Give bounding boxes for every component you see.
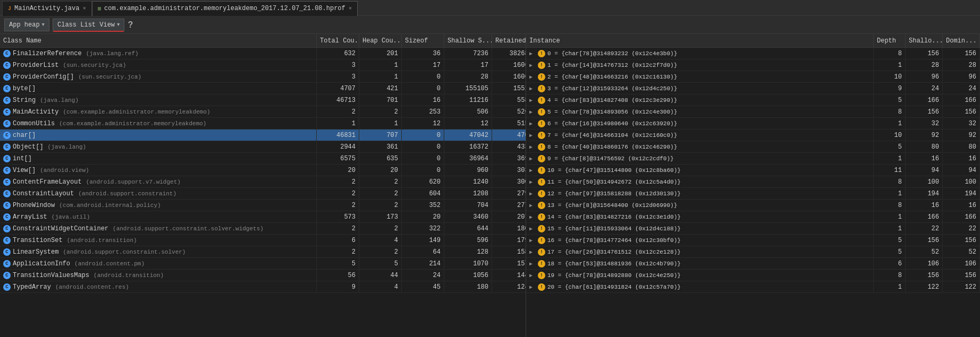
- class-table-row[interactable]: CArrayList(java.util)57317320346020780: [0, 211, 526, 223]
- instance-table-row[interactable]: ▶! 8 = {char[40]@314860176 (0x12c46290)}…: [526, 141, 980, 153]
- instance-table-row[interactable]: ▶! 16 = {char[78]@314772464 (0x12c30bf0)…: [526, 235, 980, 246]
- class-table-row[interactable]: CLinearSystem(android.support.constraint…: [0, 246, 526, 258]
- class-table-row[interactable]: CConstraintWidgetContainer(android.suppo…: [0, 223, 526, 235]
- class-table-row[interactable]: Cchar[]4683170704704247042: [0, 129, 526, 141]
- instance-table-row[interactable]: ▶! 19 = {char[78]@314892880 (0x12c4e250)…: [526, 270, 980, 281]
- class-table-row[interactable]: CView[](android.view)2020096030338: [0, 165, 526, 176]
- td-retaineds: 160626: [492, 71, 526, 82]
- instance-table-row[interactable]: ▶! 12 = {char[97]@315818288 (0x12d30130)…: [526, 188, 980, 200]
- th-classname[interactable]: Class Name: [0, 34, 317, 47]
- th-heapcou[interactable]: Heap Cou...: [359, 34, 402, 47]
- expand-icon[interactable]: ▶: [529, 62, 536, 68]
- instance-table-row[interactable]: ▶! 5 = {char[78]@314893056 (0x12c4e300)}…: [526, 106, 980, 118]
- td-domin: 106: [943, 258, 980, 269]
- instance-index: 15 = {char[11]@315933064 (0x12d4c188)}: [547, 226, 681, 232]
- instance-table-row[interactable]: ▶! 11 = {char[50]@314942672 (0x12c5a4d0)…: [526, 176, 980, 188]
- instance-table-row[interactable]: ▶! 17 = {char[26]@314761512 (0x12c2e128)…: [526, 246, 980, 258]
- instance-table-row[interactable]: ▶! 9 = {char[8]@314756592 (0x12c2cdf0)}1…: [526, 153, 980, 165]
- class-icon: C: [3, 237, 11, 244]
- instance-table-row[interactable]: ▶! 15 = {char[11]@315933064 (0x12d4c188)…: [526, 223, 980, 235]
- instance-table-row[interactable]: ▶! 14 = {char[83]@314827216 (0x12c3e1d0)…: [526, 211, 980, 223]
- tab-hprof-close[interactable]: ×: [349, 5, 352, 12]
- expand-icon[interactable]: ▶: [529, 97, 536, 103]
- td-heapcou: 421: [359, 83, 402, 94]
- expand-icon[interactable]: ▶: [529, 284, 536, 290]
- expand-icon[interactable]: ▶: [529, 74, 536, 80]
- expand-icon[interactable]: ▶: [529, 155, 536, 162]
- class-table-row[interactable]: CContentFrameLayout(android.support.v7.w…: [0, 176, 526, 188]
- class-table-row[interactable]: CCommonUtils(com.example.administrator.m…: [0, 118, 526, 129]
- instance-table-row[interactable]: ▶! 1 = {char[14]@314767312 (0x12c2f7d0)}…: [526, 59, 980, 71]
- class-table-row[interactable]: CTypedArray(android.content.res)94451801…: [0, 281, 526, 293]
- td-instance: ▶! 3 = {char[12]@315933264 (0x12d4c250)}: [526, 83, 874, 94]
- class-table-row[interactable]: CMainActivity(com.example.administrator.…: [0, 106, 526, 118]
- th-sizeof[interactable]: Sizeof: [402, 34, 444, 47]
- instance-table-row[interactable]: ▶! 3 = {char[12]@315933264 (0x12d4c250)}…: [526, 83, 980, 94]
- class-table-row[interactable]: CProviderList(sun.security.jca)311717160…: [0, 59, 526, 71]
- instance-table-row[interactable]: ▶! 4 = {char[83]@314827408 (0x12c3e290)}…: [526, 94, 980, 106]
- td-totalcou: 2: [317, 200, 359, 211]
- expand-icon[interactable]: ▶: [529, 85, 536, 92]
- instance-index: 17 = {char[26]@314761512 (0x12c2e128)}: [547, 249, 681, 255]
- td-depth: 1: [874, 153, 906, 164]
- class-table-row[interactable]: CTransitionValuesMaps(android.transition…: [0, 270, 526, 281]
- td-shallo: 122: [906, 281, 943, 292]
- instance-table-row[interactable]: ▶! 7 = {char[46]@314663104 (0x12c160c0)}…: [526, 129, 980, 141]
- class-table-row[interactable]: CProviderConfig[](sun.security.jca)31028…: [0, 71, 526, 83]
- tab-main-activity-close[interactable]: ×: [82, 5, 86, 12]
- td-heapcou: 2: [359, 176, 402, 187]
- view-dropdown[interactable]: Class List View ▼: [53, 19, 124, 31]
- expand-icon[interactable]: ▶: [529, 272, 536, 279]
- expand-icon[interactable]: ▶: [529, 237, 536, 244]
- class-table-row[interactable]: CPhoneWindow(com.android.internal.policy…: [0, 200, 526, 211]
- instance-table-row[interactable]: ▶! 2 = {char[48]@314663216 (0x12c16130)}…: [526, 71, 980, 83]
- tab-main-activity[interactable]: J MainActivity.java ×: [2, 1, 92, 16]
- th-instance[interactable]: Instance: [526, 34, 874, 47]
- instance-table-row[interactable]: ▶! 13 = {char[8]@315648400 (0x12d06990)}…: [526, 200, 980, 211]
- th-depth[interactable]: Depth: [874, 34, 906, 47]
- expand-icon[interactable]: ▶: [529, 144, 536, 150]
- expand-icon[interactable]: ▶: [529, 202, 536, 209]
- class-table-row[interactable]: CApplicationInfo(android.content.pm)5521…: [0, 258, 526, 270]
- expand-icon[interactable]: ▶: [529, 132, 536, 139]
- instance-table-row[interactable]: ▶! 0 = {char[78]@314893232 (0x12c4e3b0)}…: [526, 48, 980, 59]
- expand-icon[interactable]: ▶: [529, 179, 536, 185]
- expand-icon[interactable]: ▶: [529, 261, 536, 267]
- td-totalcou: 2: [317, 246, 359, 257]
- td-totalcou: 6575: [317, 153, 359, 164]
- class-table-row[interactable]: Cbyte[]47074210155105155105: [0, 83, 526, 94]
- class-table-row[interactable]: CFinalizerReference(java.lang.ref)632201…: [0, 48, 526, 59]
- td-instance: ▶! 14 = {char[83]@314827216 (0x12c3e1d0)…: [526, 211, 874, 222]
- expand-icon[interactable]: ▶: [529, 214, 536, 220]
- td-depth: 5: [874, 141, 906, 152]
- class-table-row[interactable]: CTransitionSet(android.transition)641495…: [0, 235, 526, 246]
- td-retaineds: 43324: [492, 141, 526, 152]
- th-shallows[interactable]: Shallow S...: [444, 34, 492, 47]
- class-table-row[interactable]: CString(java.lang)46713701161121655856: [0, 94, 526, 106]
- expand-icon[interactable]: ▶: [529, 120, 536, 127]
- class-table-row[interactable]: CConstraintLayout(android.support.constr…: [0, 188, 526, 200]
- help-button[interactable]: ?: [128, 20, 133, 30]
- expand-icon[interactable]: ▶: [529, 249, 536, 255]
- td-instance: ▶! 19 = {char[78]@314892880 (0x12c4e250)…: [526, 270, 874, 281]
- tab-hprof[interactable]: ▦ com.example.administrator.memoryleakde…: [92, 1, 358, 16]
- th-totalcou[interactable]: Total Cou...: [317, 34, 359, 47]
- expand-icon[interactable]: ▶: [529, 226, 536, 232]
- td-classname: CString(java.lang): [0, 94, 317, 106]
- th-domin[interactable]: Domin...: [943, 34, 980, 47]
- instance-table-row[interactable]: ▶! 10 = {char[47]@315144800 (0x12c8ba60)…: [526, 165, 980, 176]
- expand-icon[interactable]: ▶: [529, 191, 536, 197]
- instance-table-row[interactable]: ▶! 6 = {char[16]@314980640 (0x12c63920)}…: [526, 118, 980, 129]
- td-heapcou: 20: [359, 165, 402, 176]
- th-shallo[interactable]: Shallo...: [906, 34, 943, 47]
- instance-table-row[interactable]: ▶! 20 = {char[61]@314931824 (0x12c57a70)…: [526, 281, 980, 293]
- th-retaineds[interactable]: Retained S... ▼: [492, 34, 526, 47]
- expand-icon[interactable]: ▶: [529, 167, 536, 174]
- class-table-row[interactable]: Cint[]657563503696436964: [0, 153, 526, 165]
- expand-icon[interactable]: ▶: [529, 50, 536, 57]
- heap-dropdown[interactable]: App heap ▼: [4, 19, 49, 31]
- class-name-main: ConstraintWidgetContainer: [13, 225, 108, 232]
- expand-icon[interactable]: ▶: [529, 109, 536, 115]
- instance-table-row[interactable]: ▶! 18 = {char[53]@314881936 (0x12c4b790)…: [526, 258, 980, 270]
- class-table-row[interactable]: CObject[](java.lang)294436101637243324: [0, 141, 526, 153]
